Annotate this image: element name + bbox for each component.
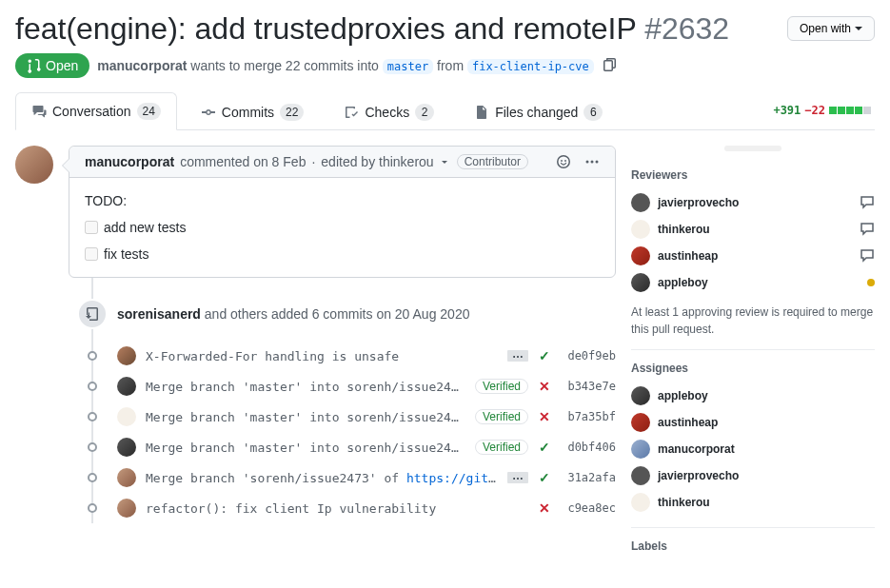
git-commit-icon (201, 105, 216, 120)
avatar[interactable] (117, 346, 136, 365)
pr-author[interactable]: manucorporat (97, 58, 187, 73)
review-comment-icon[interactable] (860, 221, 875, 239)
expand-message-icon[interactable]: … (507, 472, 528, 483)
commit-sha[interactable]: c9ea8ec (561, 501, 616, 515)
avatar[interactable] (631, 220, 650, 239)
commit-sha[interactable]: b7a35bf (561, 410, 616, 423)
reviewer-row: thinkerou (631, 216, 875, 243)
reviewer-name[interactable]: javierprovecho (658, 196, 852, 209)
check-icon[interactable]: ✓ (538, 440, 551, 455)
commit-graph-dot (77, 503, 108, 513)
open-with-label: Open with (800, 22, 851, 35)
x-icon[interactable]: ✕ (538, 379, 551, 394)
review-pending-icon[interactable] (867, 276, 875, 289)
verified-badge[interactable]: Verified (475, 409, 528, 424)
pr-meta-row: Open manucorporat wants to merge 22 comm… (15, 53, 875, 78)
avatar[interactable] (631, 193, 650, 212)
verified-badge[interactable]: Verified (475, 379, 528, 394)
copy-branch-icon[interactable] (602, 57, 617, 75)
comment-author[interactable]: manucorporat (85, 154, 174, 169)
open-with-button[interactable]: Open with (787, 16, 875, 41)
commit-link[interactable]: https://github.com/sorenh/gin (406, 471, 498, 485)
task-checkbox[interactable] (85, 221, 98, 234)
assignee-name[interactable]: appleboy (658, 389, 875, 402)
diff-squares-icon (829, 107, 871, 114)
edited-label[interactable]: edited by thinkerou (321, 154, 433, 169)
timeline-event-text: sorenisanerd and others added 6 commits … (117, 306, 469, 322)
avatar[interactable] (631, 273, 650, 292)
comment-header: manucorporat commented on 8 Feb · edited… (69, 147, 615, 178)
add-reaction-icon[interactable] (556, 154, 571, 169)
svg-point-4 (591, 161, 594, 164)
avatar[interactable] (631, 466, 650, 485)
tab-commits[interactable]: Commits 22 (185, 93, 321, 130)
commit-message[interactable]: Merge branch 'master' into sorenh/issue2… (146, 441, 465, 455)
commit-message[interactable]: refactor(): fix client Ip vulnerability (146, 501, 528, 516)
commit-message[interactable]: Merge branch 'master' into sorenh/issue2… (146, 410, 465, 424)
task-item: fix tests (85, 246, 600, 262)
avatar[interactable] (117, 438, 136, 457)
avatar[interactable] (117, 499, 136, 518)
tab-files[interactable]: Files changed 6 (458, 93, 619, 130)
svg-point-5 (596, 161, 599, 164)
assignee-name[interactable]: austinheap (658, 416, 875, 429)
tab-conversation[interactable]: Conversation 24 (15, 92, 177, 130)
review-comment-icon[interactable] (860, 194, 875, 212)
x-icon[interactable]: ✕ (538, 500, 551, 516)
expand-message-icon[interactable]: … (507, 350, 528, 362)
event-author[interactable]: sorenisanerd (117, 306, 201, 322)
base-branch[interactable]: master (383, 59, 433, 74)
x-icon[interactable]: ✕ (538, 409, 551, 424)
commit-sha[interactable]: de0f9eb (561, 349, 616, 363)
sidebar-assignees: Assignees appleboyaustinheapmanucorporat… (631, 350, 875, 528)
reviewer-row: austinheap (631, 243, 875, 269)
avatar[interactable] (631, 413, 650, 432)
comment-todo-label: TODO: (85, 193, 600, 208)
avatar[interactable] (117, 407, 136, 426)
commit-row: Merge branch 'master' into sorenh/issue2… (15, 432, 616, 462)
commit-sha[interactable]: 31a2afa (561, 471, 616, 484)
reviewer-name[interactable]: appleboy (658, 276, 860, 289)
state-label: Open (46, 58, 78, 73)
assignee-name[interactable]: thinkerou (658, 496, 875, 509)
avatar[interactable] (117, 377, 136, 396)
commit-sha[interactable]: b343e7e (561, 380, 616, 393)
deletions-count: −22 (804, 104, 825, 117)
diffstat[interactable]: +391 −22 (773, 104, 875, 117)
tab-checks[interactable]: Checks 2 (327, 93, 450, 130)
commit-message[interactable]: Merge branch 'master' into sorenh/issue2… (146, 380, 465, 394)
event-date[interactable]: on 20 Aug 2020 (376, 306, 469, 322)
check-icon[interactable]: ✓ (538, 348, 551, 363)
avatar[interactable] (631, 246, 650, 265)
head-branch[interactable]: fix-client-ip-cve (467, 59, 594, 74)
drag-handle-icon[interactable] (724, 146, 781, 151)
commit-row: Merge branch 'master' into sorenh/issue2… (15, 371, 616, 402)
assignee-name[interactable]: javierprovecho (658, 469, 875, 482)
conversation-count: 24 (137, 103, 161, 120)
commit-message[interactable]: Merge branch 'sorenh/issue2473' of https… (146, 471, 498, 485)
commit-row: Merge branch 'master' into sorenh/issue2… (15, 402, 616, 432)
check-icon[interactable]: ✓ (538, 470, 551, 485)
commit-message[interactable]: X-Forwarded-For handling is unsafe (146, 349, 498, 363)
pr-title: feat(engine): add trustedproxies and rem… (15, 10, 778, 48)
assignee-row: appleboy (631, 382, 875, 409)
comment-menu-icon[interactable] (584, 154, 600, 169)
edited-caret-icon[interactable] (442, 161, 447, 164)
review-comment-icon[interactable] (860, 247, 875, 265)
verified-badge[interactable]: Verified (475, 440, 528, 455)
avatar[interactable] (117, 468, 136, 487)
reviewer-name[interactable]: thinkerou (658, 223, 852, 236)
avatar[interactable] (15, 146, 53, 184)
commit-graph-dot (77, 351, 108, 361)
assignee-name[interactable]: manucorporat (658, 442, 875, 456)
comment-time[interactable]: commented on 8 Feb (180, 154, 306, 169)
reviewer-name[interactable]: austinheap (658, 249, 852, 263)
commit-sha[interactable]: d0bf406 (561, 441, 616, 454)
files-count: 6 (583, 104, 603, 121)
avatar[interactable] (631, 493, 650, 512)
assignee-row: austinheap (631, 409, 875, 436)
task-checkbox[interactable] (85, 247, 98, 261)
avatar[interactable] (631, 386, 650, 405)
avatar[interactable] (631, 440, 650, 459)
commit-row: X-Forwarded-For handling is unsafe…✓de0f… (15, 341, 616, 371)
